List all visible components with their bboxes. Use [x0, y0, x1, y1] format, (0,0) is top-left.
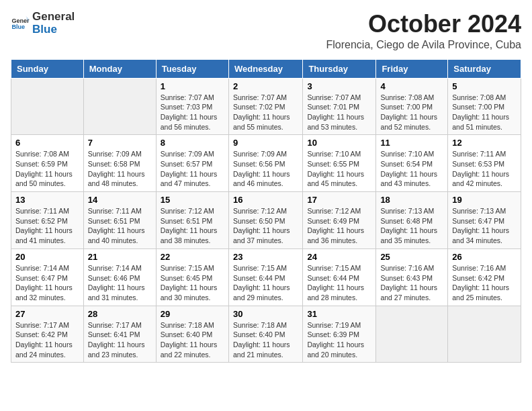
day-number: 7 [88, 138, 152, 148]
title-block: October 2024 Florencia, Ciego de Avila P… [326, 11, 521, 51]
day-info: Sunrise: 7:15 AMSunset: 6:44 PMDaylight:… [233, 263, 298, 303]
day-info: Sunrise: 7:16 AMSunset: 6:42 PMDaylight:… [452, 263, 517, 303]
weekday-header-sunday: Sunday [11, 59, 84, 78]
calendar-cell: 3Sunrise: 7:07 AMSunset: 7:01 PMDaylight… [303, 78, 376, 135]
svg-text:General: General [11, 17, 30, 24]
day-number: 15 [161, 195, 224, 205]
day-number: 24 [307, 252, 371, 262]
day-info: Sunrise: 7:15 AMSunset: 6:44 PMDaylight:… [307, 263, 371, 303]
logo-blue: Blue [32, 24, 75, 36]
day-number: 26 [452, 252, 517, 262]
day-info: Sunrise: 7:09 AMSunset: 6:58 PMDaylight:… [88, 149, 152, 189]
day-info: Sunrise: 7:09 AMSunset: 6:57 PMDaylight:… [161, 149, 224, 189]
day-number: 18 [380, 195, 443, 205]
day-info: Sunrise: 7:14 AMSunset: 6:46 PMDaylight:… [88, 263, 152, 303]
calendar-cell: 9Sunrise: 7:09 AMSunset: 6:56 PMDaylight… [228, 135, 302, 192]
day-info: Sunrise: 7:11 AMSunset: 6:52 PMDaylight:… [15, 206, 79, 246]
location-title: Florencia, Ciego de Avila Province, Cuba [326, 39, 521, 51]
day-number: 16 [233, 195, 298, 205]
weekday-header-thursday: Thursday [303, 59, 376, 78]
day-info: Sunrise: 7:08 AMSunset: 7:00 PMDaylight:… [380, 93, 443, 132]
calendar-cell: 25Sunrise: 7:16 AMSunset: 6:43 PMDayligh… [376, 248, 448, 306]
day-number: 23 [233, 252, 298, 262]
day-info: Sunrise: 7:17 AMSunset: 6:42 PMDaylight:… [15, 320, 79, 360]
calendar-cell [376, 306, 448, 363]
day-info: Sunrise: 7:11 AMSunset: 6:53 PMDaylight:… [452, 149, 517, 189]
day-info: Sunrise: 7:18 AMSunset: 6:40 PMDaylight:… [233, 320, 298, 360]
day-info: Sunrise: 7:19 AMSunset: 6:39 PMDaylight:… [307, 320, 371, 360]
day-number: 11 [380, 138, 443, 148]
calendar-cell: 31Sunrise: 7:19 AMSunset: 6:39 PMDayligh… [303, 306, 376, 363]
day-info: Sunrise: 7:08 AMSunset: 6:59 PMDaylight:… [15, 149, 79, 189]
page-header: General Blue General Blue October 2024 F… [11, 11, 521, 51]
day-number: 5 [452, 81, 517, 91]
day-number: 30 [233, 309, 298, 319]
logo-general: General [32, 11, 75, 24]
day-number: 21 [88, 252, 152, 262]
day-info: Sunrise: 7:18 AMSunset: 6:40 PMDaylight:… [161, 320, 224, 360]
calendar-week-row: 1Sunrise: 7:07 AMSunset: 7:03 PMDaylight… [11, 78, 521, 135]
calendar-cell: 28Sunrise: 7:17 AMSunset: 6:41 PMDayligh… [83, 306, 156, 363]
day-info: Sunrise: 7:17 AMSunset: 6:41 PMDaylight:… [88, 320, 152, 360]
day-number: 19 [452, 195, 517, 205]
svg-text:Blue: Blue [11, 24, 25, 30]
calendar-week-row: 13Sunrise: 7:11 AMSunset: 6:52 PMDayligh… [11, 192, 521, 249]
day-info: Sunrise: 7:12 AMSunset: 6:49 PMDaylight:… [307, 206, 371, 246]
day-number: 14 [88, 195, 152, 205]
day-number: 13 [15, 195, 79, 205]
calendar-cell: 29Sunrise: 7:18 AMSunset: 6:40 PMDayligh… [156, 306, 228, 363]
day-info: Sunrise: 7:12 AMSunset: 6:50 PMDaylight:… [233, 206, 298, 246]
calendar-cell: 26Sunrise: 7:16 AMSunset: 6:42 PMDayligh… [448, 248, 521, 306]
day-number: 27 [15, 309, 79, 319]
calendar-week-row: 20Sunrise: 7:14 AMSunset: 6:47 PMDayligh… [11, 248, 521, 306]
calendar-cell: 5Sunrise: 7:08 AMSunset: 7:00 PMDaylight… [448, 78, 521, 135]
day-number: 28 [88, 309, 152, 319]
day-number: 2 [233, 81, 298, 91]
calendar-cell: 13Sunrise: 7:11 AMSunset: 6:52 PMDayligh… [11, 192, 84, 249]
calendar-cell: 27Sunrise: 7:17 AMSunset: 6:42 PMDayligh… [11, 306, 84, 363]
day-number: 22 [161, 252, 224, 262]
calendar-cell: 15Sunrise: 7:12 AMSunset: 6:51 PMDayligh… [156, 192, 228, 249]
calendar-cell [83, 78, 156, 135]
day-number: 12 [452, 138, 517, 148]
day-info: Sunrise: 7:07 AMSunset: 7:01 PMDaylight:… [307, 93, 371, 132]
calendar-cell [448, 306, 521, 363]
calendar-cell: 8Sunrise: 7:09 AMSunset: 6:57 PMDaylight… [156, 135, 228, 192]
calendar-cell: 22Sunrise: 7:15 AMSunset: 6:45 PMDayligh… [156, 248, 228, 306]
weekday-header-row: SundayMondayTuesdayWednesdayThursdayFrid… [11, 59, 521, 78]
day-info: Sunrise: 7:11 AMSunset: 6:51 PMDaylight:… [88, 206, 152, 246]
day-info: Sunrise: 7:08 AMSunset: 7:00 PMDaylight:… [452, 93, 517, 132]
day-number: 31 [307, 309, 371, 319]
calendar-cell: 17Sunrise: 7:12 AMSunset: 6:49 PMDayligh… [303, 192, 376, 249]
month-title: October 2024 [326, 11, 521, 38]
weekday-header-tuesday: Tuesday [156, 59, 228, 78]
day-number: 8 [161, 138, 224, 148]
calendar-cell: 20Sunrise: 7:14 AMSunset: 6:47 PMDayligh… [11, 248, 84, 306]
calendar-cell: 11Sunrise: 7:10 AMSunset: 6:54 PMDayligh… [376, 135, 448, 192]
calendar-week-row: 6Sunrise: 7:08 AMSunset: 6:59 PMDaylight… [11, 135, 521, 192]
calendar-cell: 6Sunrise: 7:08 AMSunset: 6:59 PMDaylight… [11, 135, 84, 192]
day-info: Sunrise: 7:10 AMSunset: 6:54 PMDaylight:… [380, 149, 443, 189]
logo: General Blue General Blue [11, 11, 75, 36]
calendar-cell: 30Sunrise: 7:18 AMSunset: 6:40 PMDayligh… [228, 306, 302, 363]
calendar-cell: 24Sunrise: 7:15 AMSunset: 6:44 PMDayligh… [303, 248, 376, 306]
day-info: Sunrise: 7:07 AMSunset: 7:02 PMDaylight:… [233, 93, 298, 132]
calendar-cell: 10Sunrise: 7:10 AMSunset: 6:55 PMDayligh… [303, 135, 376, 192]
calendar-week-row: 27Sunrise: 7:17 AMSunset: 6:42 PMDayligh… [11, 306, 521, 363]
day-info: Sunrise: 7:15 AMSunset: 6:45 PMDaylight:… [161, 263, 224, 303]
day-number: 29 [161, 309, 224, 319]
day-number: 1 [161, 81, 224, 91]
day-info: Sunrise: 7:13 AMSunset: 6:47 PMDaylight:… [452, 206, 517, 246]
calendar-cell: 4Sunrise: 7:08 AMSunset: 7:00 PMDaylight… [376, 78, 448, 135]
day-number: 6 [15, 138, 79, 148]
day-info: Sunrise: 7:07 AMSunset: 7:03 PMDaylight:… [161, 93, 224, 132]
day-info: Sunrise: 7:14 AMSunset: 6:47 PMDaylight:… [15, 263, 79, 303]
day-info: Sunrise: 7:10 AMSunset: 6:55 PMDaylight:… [307, 149, 371, 189]
calendar-cell: 7Sunrise: 7:09 AMSunset: 6:58 PMDaylight… [83, 135, 156, 192]
calendar-cell [11, 78, 84, 135]
day-number: 4 [380, 81, 443, 91]
day-number: 20 [15, 252, 79, 262]
logo-icon: General Blue [11, 14, 30, 33]
weekday-header-friday: Friday [376, 59, 448, 78]
calendar-cell: 2Sunrise: 7:07 AMSunset: 7:02 PMDaylight… [228, 78, 302, 135]
